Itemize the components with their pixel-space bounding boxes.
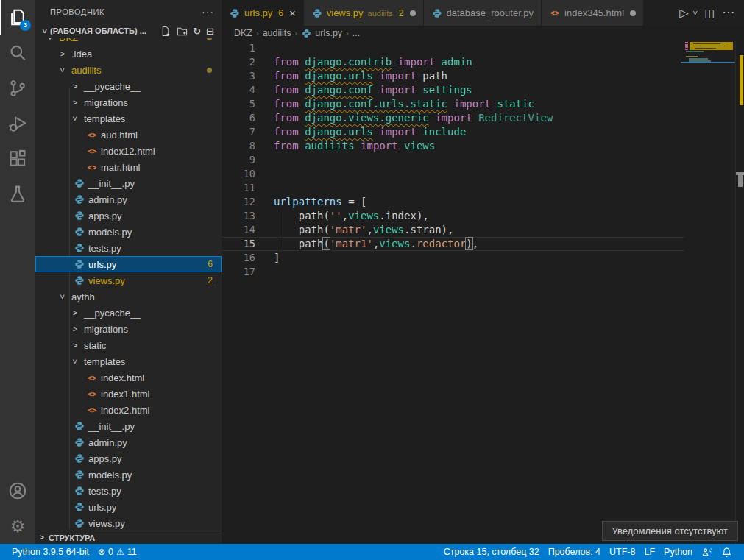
tree-item-views-py[interactable]: >views.py — [35, 515, 222, 531]
tab-database-roouter-py[interactable]: database_roouter.py — [424, 0, 542, 26]
tree-item-apps-py[interactable]: >apps.py — [35, 208, 222, 224]
activity-source-control-button[interactable] — [0, 71, 35, 106]
code-line-9[interactable]: 9 — [222, 153, 684, 167]
tree-item-templates[interactable]: >templates — [35, 353, 222, 369]
tree-item-urls-py[interactable]: >urls.py6 — [35, 256, 222, 272]
tree-item-static[interactable]: >static — [35, 337, 222, 353]
refresh-icon[interactable]: ↻ — [193, 26, 201, 36]
tree-item-urls-py[interactable]: >urls.py — [35, 499, 222, 515]
chevron-right-icon: > — [57, 49, 68, 58]
workspace-section-header[interactable]: > (РАБОЧАЯ ОБЛАСТЬ) ... ↻ ⊟ — [35, 24, 222, 38]
tree-item-aythh[interactable]: >aythh — [35, 288, 222, 305]
code-line-10[interactable]: 10 — [222, 167, 684, 181]
activity-explorer-button[interactable]: 3 — [0, 0, 35, 35]
close-icon[interactable]: × — [289, 7, 296, 18]
code-token: django.urls — [305, 70, 373, 82]
code-line-16[interactable]: 16] — [222, 251, 684, 265]
tree-item--pycache-[interactable]: >__pycache__ — [35, 78, 222, 94]
tree-item-tests-py[interactable]: >tests.py — [35, 240, 222, 256]
activity-run-debug-button[interactable] — [0, 106, 35, 141]
modified-dot-icon[interactable] — [410, 10, 416, 16]
code-line-4[interactable]: 4from django.conf import settings — [222, 83, 684, 97]
tree-item-aud-html[interactable]: ><>aud.html — [35, 127, 222, 143]
tree-item-DKZ[interactable]: >DKZ — [35, 38, 222, 46]
tree-item-admin-py[interactable]: >admin.py — [35, 434, 222, 450]
code-line-17[interactable]: 17 — [222, 265, 684, 279]
run-debug-icon — [8, 114, 27, 133]
eol-status[interactable]: LF — [640, 547, 659, 557]
code-line-5[interactable]: 5from django.conf.urls.static import sta… — [222, 97, 684, 111]
code-line-14[interactable]: 14 path('matr',views.stran), — [222, 223, 684, 237]
code-editor[interactable]: 12from django.contrib import admin3from … — [222, 40, 744, 544]
language-mode-status[interactable]: Python — [659, 547, 697, 557]
tree-item-audiiits[interactable]: >audiiits — [35, 62, 222, 78]
tree-item-templates[interactable]: >templates — [35, 110, 222, 127]
tab-urls-py[interactable]: urls.py 6 × — [222, 0, 303, 26]
breadcrumb-file[interactable]: urls.py — [315, 28, 342, 38]
code-line-13[interactable]: 13 path('',views.index), — [222, 209, 684, 223]
settings-button[interactable]: ⚙ — [0, 508, 35, 544]
code-line-2[interactable]: 2from django.contrib import admin — [222, 55, 684, 69]
tree-item-models-py[interactable]: >models.py — [35, 224, 222, 240]
tree-item-index1-html[interactable]: ><>index1.html — [35, 386, 222, 402]
minimap[interactable] — [684, 40, 735, 544]
file-label: .idea — [71, 49, 92, 60]
tree-item-tests-py[interactable]: >tests.py — [35, 483, 222, 499]
tree-item-apps-py[interactable]: >apps.py — [35, 450, 222, 467]
breadcrumb-more[interactable]: ... — [352, 28, 360, 38]
explorer-more-actions-icon[interactable]: ··· — [202, 6, 214, 18]
tree-item-models-py[interactable]: >models.py — [35, 467, 222, 483]
tree-item--idea[interactable]: >.idea — [35, 46, 222, 62]
account-button[interactable] — [0, 473, 35, 508]
code-token: = [ — [342, 196, 367, 208]
more-actions-icon[interactable]: ··· — [723, 7, 735, 20]
indentation-status[interactable]: Пробелов: 4 — [544, 547, 605, 557]
problems-status[interactable]: ⊗ 0 ⚠ 11 — [93, 547, 141, 557]
tree-item-migrations[interactable]: >migrations — [35, 94, 222, 110]
file-label: tests.py — [88, 486, 121, 497]
code-line-7[interactable]: 7from django.urls import include — [222, 125, 684, 139]
tree-item-index-html[interactable]: ><>index.html — [35, 369, 222, 386]
new-file-icon[interactable] — [160, 26, 171, 37]
tree-item-index12-html[interactable]: ><>index12.html — [35, 143, 222, 159]
tab-views-py[interactable]: views.py audiiits 2 — [304, 0, 423, 26]
collapse-all-icon[interactable]: ⊟ — [206, 26, 214, 36]
run-dropdown-chevron-icon[interactable]: > — [691, 11, 699, 15]
code-line-3[interactable]: 3from django.urls import path — [222, 69, 684, 83]
line-number: 4 — [222, 83, 255, 97]
notifications-bell-button[interactable] — [717, 547, 737, 558]
tree-item-views-py[interactable]: >views.py2 — [35, 272, 222, 288]
code-line-8[interactable]: 8from audiiits import views — [222, 139, 684, 153]
tree-item-index2-html[interactable]: ><>index2.html — [35, 402, 222, 418]
new-folder-icon[interactable] — [177, 26, 188, 37]
activity-search-button[interactable] — [0, 35, 35, 71]
encoding-status[interactable]: UTF-8 — [605, 547, 640, 557]
tree-item--init-py[interactable]: >__init__.py — [35, 418, 222, 434]
bell-icon — [721, 547, 732, 558]
outline-section-header[interactable]: > СТРУКТУРА — [35, 531, 222, 544]
run-button[interactable]: ▷ — [679, 6, 688, 20]
modified-dot-icon[interactable] — [630, 10, 636, 16]
tree-item-matr-html[interactable]: ><>matr.html — [35, 159, 222, 175]
overview-ruler[interactable] — [735, 40, 744, 544]
tree-item--init-py[interactable]: >__init__.py — [35, 175, 222, 191]
tab-index345-html[interactable]: <> index345.html — [542, 0, 643, 26]
python-icon — [74, 486, 85, 496]
feedback-button[interactable] — [697, 547, 717, 558]
activity-testing-button[interactable] — [0, 177, 35, 212]
code-line-11[interactable]: 11 — [222, 181, 684, 195]
code-token: path — [274, 238, 323, 249]
breadcrumb-project[interactable]: DKZ — [234, 28, 252, 38]
code-line-12[interactable]: 12urlpatterns = [ — [222, 195, 684, 209]
code-line-6[interactable]: 6from django.views.generic import Redire… — [222, 111, 684, 125]
breadcrumb-app[interactable]: audiiits — [263, 28, 291, 38]
python-interpreter-status[interactable]: Python 3.9.5 64-bit — [7, 547, 93, 557]
activity-extensions-button[interactable] — [0, 141, 35, 177]
code-line-15[interactable]: 15 path('matr1',views.redactor), — [222, 237, 684, 251]
cursor-position-status[interactable]: Строка 15, столбец 32 — [439, 547, 544, 557]
tree-item-admin-py[interactable]: >admin.py — [35, 191, 222, 208]
tree-item--pycache-[interactable]: >__pycache__ — [35, 305, 222, 321]
split-editor-icon[interactable]: ◫ — [705, 7, 715, 20]
tree-item-migrations[interactable]: >migrations — [35, 321, 222, 337]
code-line-1[interactable]: 1 — [222, 41, 684, 55]
